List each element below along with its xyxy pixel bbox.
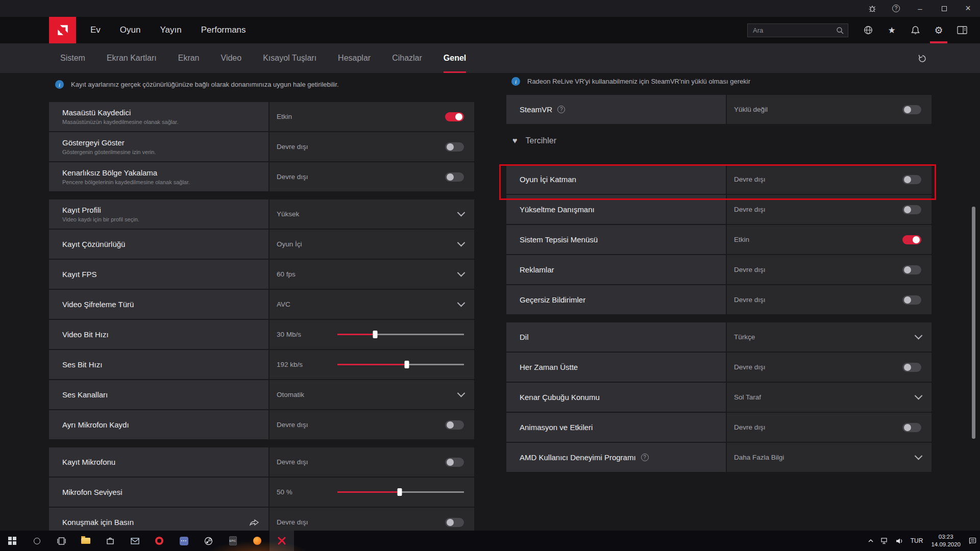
chevron-down-icon[interactable] [457, 389, 465, 397]
file-explorer-button[interactable] [74, 531, 98, 551]
tab-genel[interactable]: Genel [444, 43, 466, 73]
row-kayit-profili: Kayıt Profili Video kaydı için bir profi… [49, 199, 474, 229]
steam-button[interactable] [196, 531, 220, 551]
toggle-switch[interactable] [902, 423, 921, 432]
row-kenar-cubugu-konumu: Kenar Çubuğu Konumu Sol Taraf [506, 383, 932, 412]
minimize-button[interactable]: – [908, 0, 932, 17]
slider[interactable] [337, 330, 464, 339]
row-video-sifreleme-turu: Video Şifreleme Türü AVC [49, 290, 474, 319]
toggle-switch[interactable] [445, 172, 464, 182]
chevron-down-icon[interactable] [915, 392, 923, 400]
toggle-switch[interactable] [445, 518, 464, 527]
slider-handle[interactable] [397, 488, 402, 496]
window-titlebar: ? – × [0, 0, 980, 17]
toggle-switch[interactable] [445, 420, 464, 430]
setting-value: Devre dışı [277, 143, 308, 151]
chevron-down-icon[interactable] [915, 452, 923, 460]
chevron-up-icon [868, 539, 874, 543]
toggle-switch[interactable] [902, 175, 921, 184]
tab-video[interactable]: Video [221, 43, 242, 73]
opera-button[interactable] [147, 531, 172, 551]
slider-handle[interactable] [373, 331, 378, 338]
toggle-switch[interactable] [445, 458, 464, 467]
help-button[interactable]: ? [884, 0, 908, 17]
toggle-knob [447, 143, 454, 151]
bell-icon[interactable] [903, 17, 927, 43]
mail-button[interactable] [122, 531, 147, 551]
close-button[interactable]: × [956, 0, 980, 17]
task-view-button[interactable] [49, 531, 74, 551]
scrollbar-thumb[interactable] [972, 207, 975, 439]
chevron-down-icon[interactable] [915, 332, 923, 340]
toggle-switch[interactable] [445, 112, 464, 121]
row-sistem-tepsisi-menusu: Sistem Tepsisi Menüsü Etkin [506, 225, 932, 254]
slider[interactable] [337, 360, 464, 369]
tab-kisayol-tuslari[interactable]: Kısayol Tuşları [263, 43, 316, 73]
epic-games-button[interactable]: EPIC [220, 531, 245, 551]
setting-title: SteamVR [520, 105, 552, 114]
help-icon[interactable]: ? [641, 454, 649, 461]
chevron-down-icon[interactable] [457, 269, 465, 277]
help-icon[interactable]: ? [557, 106, 565, 113]
store-button[interactable] [98, 531, 122, 551]
info-text: Radeon ReLive VR'yi kullanabilmeniz için… [527, 78, 750, 85]
chevron-down-icon[interactable] [457, 299, 465, 307]
start-button[interactable] [0, 531, 24, 551]
chevron-down-icon[interactable] [457, 239, 465, 247]
toggle-switch[interactable] [902, 205, 921, 214]
radeon-claw-icon [277, 536, 286, 545]
setting-value: Devre dışı [277, 518, 308, 526]
toggle-switch[interactable] [445, 142, 464, 152]
tab-ekran-kartlari[interactable]: Ekran Kartları [107, 43, 157, 73]
nav-item-yayin[interactable]: Yayın [160, 25, 181, 35]
main-nav: Ev Oyun Yayın Performans [90, 25, 246, 35]
toggle-knob [904, 106, 911, 113]
tab-cihazlar[interactable]: Cihazlar [392, 43, 422, 73]
setting-value: Devre dışı [277, 421, 308, 429]
toggle-switch[interactable] [902, 265, 921, 274]
setting-value: Yüksek [277, 210, 299, 218]
toggle-switch[interactable] [902, 363, 921, 372]
slider[interactable] [337, 488, 464, 496]
row-her-zaman-ustte: Her Zaman Üstte Devre dışı [506, 353, 932, 382]
tray-network[interactable] [877, 531, 892, 551]
tab-ekran[interactable]: Ekran [178, 43, 200, 73]
toggle-switch[interactable] [902, 295, 921, 305]
search-input[interactable] [752, 26, 836, 35]
setting-subtitle: Masaüstünüzün kaydedilmesine olanak sağl… [62, 119, 268, 125]
nav-item-oyun[interactable]: Oyun [120, 25, 141, 35]
tray-volume[interactable] [892, 531, 907, 551]
tab-sistem[interactable]: Sistem [60, 43, 85, 73]
amd-logo[interactable] [49, 17, 76, 43]
tray-language[interactable]: TUR [907, 531, 927, 551]
section-title: Tercihler [526, 136, 556, 145]
tray-clock[interactable]: 03:23 14.09.2020 [926, 531, 965, 551]
setting-title: Sistem Tepsisi Menüsü [520, 235, 726, 244]
toggle-knob [904, 424, 911, 431]
radeon-software-button[interactable] [270, 531, 294, 551]
tab-hesaplar[interactable]: Hesaplar [338, 43, 371, 73]
setting-value: Daha Fazla Bilgi [734, 454, 784, 461]
slider-handle[interactable] [405, 361, 409, 368]
chat-app-button[interactable] [172, 531, 196, 551]
globe-icon[interactable] [856, 17, 880, 43]
nav-item-ev[interactable]: Ev [90, 25, 101, 35]
setting-value: AVC [277, 300, 290, 308]
overlay-panel-icon[interactable] [950, 17, 974, 43]
chevron-down-icon[interactable] [457, 209, 465, 217]
tray-action-center[interactable] [965, 531, 980, 551]
gear-icon[interactable]: ⚙ [927, 17, 950, 43]
orange-app-button[interactable] [245, 531, 270, 551]
row-animasyon-ve-etkileri: Animasyon ve Etkileri Devre dışı [506, 413, 932, 442]
star-icon[interactable]: ★ [880, 17, 903, 43]
nav-item-performans[interactable]: Performans [201, 25, 246, 35]
setting-title: Video Bit Hızı [62, 330, 268, 339]
reset-button[interactable] [918, 43, 927, 73]
toggle-switch[interactable] [902, 235, 921, 244]
toggle-switch[interactable] [902, 105, 921, 114]
toggle-knob [904, 296, 911, 304]
bug-report-icon[interactable] [860, 0, 884, 17]
maximize-button[interactable] [932, 0, 956, 17]
tray-chevron-up[interactable] [864, 531, 877, 551]
cortana-search-button[interactable] [24, 531, 49, 551]
